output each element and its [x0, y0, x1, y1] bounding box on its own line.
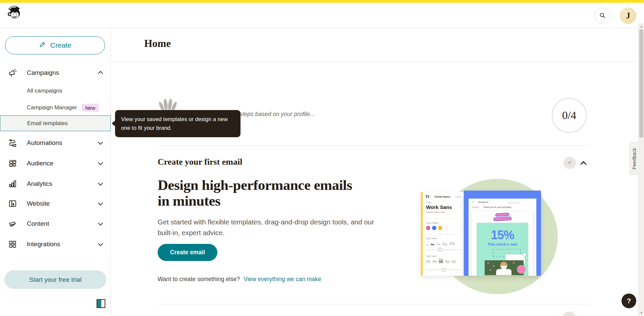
fonts-label: Fonts [426, 201, 431, 204]
page-scrollbar[interactable]: ▲ ▼ [638, 23, 644, 316]
feedback-tab[interactable]: Feedback [630, 142, 639, 175]
font-subname: Roboto Sans Serif [426, 211, 445, 213]
yellow-float [485, 275, 524, 276]
top-bar: J [0, 0, 644, 28]
search-icon [599, 12, 606, 20]
collapse-section-button[interactable] [579, 158, 588, 167]
white-swatch [444, 226, 448, 230]
trial-button-label: Start your free trial [29, 276, 82, 283]
email-preview-window: To Recipients Subject Thank you for your… [469, 199, 536, 276]
sidebar-item-campaign-manager[interactable]: Campaign Manager New [0, 101, 111, 114]
audience-faces-icon [8, 159, 17, 168]
styles-panel-title: Global Styles [429, 195, 455, 198]
email-subject-row: Subject Thank you for your purchase! [472, 206, 512, 208]
sidebar-item-all-campaigns[interactable]: All campaigns [0, 84, 111, 98]
megaphone-icon [8, 68, 17, 77]
divider [425, 218, 461, 218]
scrollbar-thumb[interactable] [639, 30, 643, 138]
scroll-up-icon[interactable]: ▲ [639, 25, 644, 28]
sidebar-collapse-toggle-icon[interactable] [97, 299, 105, 308]
subject-text: Thank you for your purchase! [483, 206, 512, 208]
sidebar-item-audience[interactable]: Audience [0, 155, 111, 171]
type-scale-label: Type Scale [426, 237, 437, 240]
yellow-swatch [438, 226, 442, 230]
section-divider [158, 145, 590, 146]
check-icon [567, 159, 573, 167]
sidebar-item-email-templates[interactable]: Email templates [0, 115, 111, 131]
alt-prefix-text: Want to create something else? [158, 276, 240, 282]
chevron-down-icon [98, 140, 103, 145]
sidebar-item-website[interactable]: Website [0, 196, 111, 212]
email-builder-illustration: Tt Global Styles Close Fonts Work Sans ›… [419, 178, 564, 296]
sidebar-item-automations[interactable]: Automations [0, 135, 111, 151]
aa-sample: Aa [443, 242, 447, 246]
sidebar-item-label: Automations [27, 139, 62, 147]
recipient-avatars [508, 202, 520, 204]
to-label: To [472, 201, 474, 203]
type-scale-sizes: Aa Aa Aa Aa Aa [426, 241, 460, 246]
blue-swatch [432, 226, 436, 230]
avatar-initial: J [626, 11, 630, 20]
sale-banner: 15% This week's sale [477, 223, 528, 276]
close-label: Close [455, 196, 461, 198]
email-to-row: To Recipients [472, 201, 488, 203]
sale-text: This week's sale [477, 242, 528, 246]
create-email-label: Create email [170, 249, 205, 256]
section-divider [158, 304, 590, 304]
recipients-label: Recipients [478, 201, 488, 203]
first-email-section-title: Create your first email [158, 157, 242, 167]
start-free-trial-button[interactable]: Start your free trial [4, 270, 106, 289]
sidebar-item-label: Audience [27, 160, 53, 167]
sidebar-item-campaigns[interactable]: Campaigns [0, 65, 111, 81]
page-title: Home [144, 38, 171, 50]
line-height-options [426, 259, 458, 264]
search-button[interactable] [594, 8, 610, 24]
slider-knob [442, 268, 445, 272]
email-body-card: 15% This week's sale [472, 211, 533, 276]
email-preview-frame: To Recipients Subject Thank you for your… [464, 191, 541, 276]
hero-body-text: Get started with flexible templates, dra… [158, 217, 374, 238]
chevron-down-icon [98, 200, 103, 206]
aa-sample: Aa [449, 241, 455, 246]
sidebar-item-label: Website [27, 200, 50, 207]
help-button[interactable]: ? [622, 294, 636, 308]
chevron-right-icon: › [460, 205, 461, 209]
scroll-down-icon[interactable]: ▼ [639, 311, 644, 315]
slider-knob [438, 248, 442, 252]
sidebar-item-label: Analytics [27, 180, 52, 188]
create-email-button[interactable]: Create email [158, 244, 217, 261]
pink-float [517, 265, 526, 274]
avatar[interactable]: J [620, 7, 636, 24]
chevron-down-icon [98, 160, 103, 165]
create-button-label: Create [50, 41, 71, 49]
brand-yellow-stripe [0, 0, 644, 3]
pink-swatch [426, 226, 430, 230]
sidebar-item-label: Email templates [27, 120, 68, 127]
bar-chart-icon [8, 179, 17, 189]
mailchimp-dashboard: J Create Campaigns [0, 0, 644, 316]
sidebar-item-label: Integrations [27, 241, 60, 248]
chevron-down-icon [98, 241, 103, 246]
view-everything-link[interactable]: View everything we can make [244, 276, 321, 282]
chevron-up-icon [580, 161, 586, 167]
website-browser-icon [8, 199, 17, 208]
header-divider [111, 62, 644, 62]
color-palette-swatches [426, 226, 449, 230]
sidebar-item-label: Campaigns [27, 69, 59, 76]
sidebar-item-analytics[interactable]: Analytics [0, 176, 111, 192]
sidebar-item-integrations[interactable]: Integrations [0, 236, 111, 252]
sidebar: Create Campaigns All campaigns Campaign … [0, 28, 111, 316]
chevron-down-icon [98, 180, 103, 186]
new-badge: New [82, 104, 99, 112]
chevron-right-icon: › [460, 227, 461, 230]
content-studio-icon [8, 219, 17, 228]
step-check-circle [564, 157, 576, 169]
mailchimp-logo-icon[interactable] [6, 5, 23, 21]
create-button[interactable]: Create [5, 36, 105, 54]
sticker-logo [493, 213, 512, 222]
feedback-label: Feedback [632, 148, 637, 169]
discount-text: 15% [477, 228, 528, 242]
sidebar-item-content[interactable]: Content [0, 216, 111, 232]
onboarding-progress-circle: 0/4 [552, 98, 587, 133]
person-shirt [496, 269, 512, 276]
